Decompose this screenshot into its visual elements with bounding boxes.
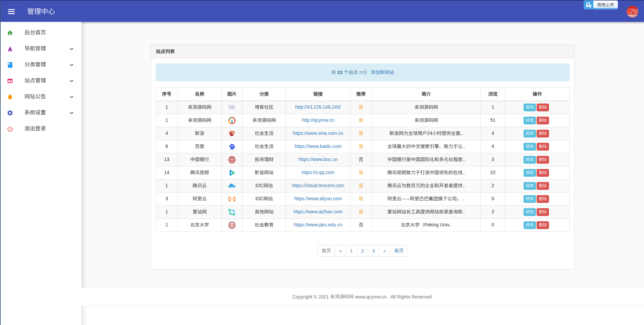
svg-text:24: 24 (427, 130, 432, 136)
svg-text:Peking Univ..: Peking Univ.. (424, 222, 451, 227)
svg-text:0: 0 (492, 222, 494, 227)
svg-text:22: 22 (490, 170, 496, 175)
svg-text:..: .. (463, 144, 465, 149)
svg-text:4: 4 (492, 130, 494, 136)
svg-text:6: 6 (165, 144, 168, 149)
svg-text:1: 1 (165, 117, 168, 123)
svg-text:www.qcymw.cn . All Rights Rese: www.qcymw.cn . All Rights Reserved. (355, 294, 433, 300)
svg-text:..: .. (463, 170, 465, 175)
svg-text:1: 1 (165, 104, 168, 110)
svg-text:..: .. (463, 196, 465, 201)
svg-text:https://www.baidu.com: https://www.baidu.com (294, 144, 341, 149)
svg-text:13: 13 (164, 157, 169, 162)
svg-text:1: 1 (165, 222, 168, 227)
svg-text:51: 51 (490, 117, 496, 123)
svg-text:23: 23 (337, 70, 342, 75)
svg-text:IDC: IDC (255, 196, 263, 201)
svg-text:IDC: IDC (255, 183, 263, 188)
svg-text:2: 2 (361, 248, 364, 254)
svg-text:14: 14 (164, 170, 169, 175)
svg-text:0: 0 (492, 196, 494, 201)
svg-text:https://www.aizhan.com: https://www.aizhan.com (293, 209, 343, 214)
svg-text:..: .. (461, 130, 463, 136)
svg-text:Copyright © 2021: Copyright © 2021 (292, 294, 329, 300)
svg-text:..: .. (463, 183, 465, 188)
svg-text:==: == (359, 70, 365, 75)
svg-text:2: 2 (492, 209, 494, 214)
svg-text:3: 3 (165, 196, 168, 201)
svg-text:4: 4 (165, 130, 168, 136)
svg-text:«: « (339, 248, 342, 254)
svg-text:3: 3 (492, 157, 494, 162)
svg-text:3: 3 (372, 248, 375, 254)
svg-text:http://43.226.148.245/: http://43.226.148.245/ (295, 104, 341, 110)
svg-text:https://www.boc.cn: https://www.boc.cn (299, 157, 338, 162)
svg-text:http://qcymw.cn: http://qcymw.cn (302, 117, 334, 123)
svg-text:2: 2 (492, 183, 494, 188)
svg-text:https://www.pku.edu.cn: https://www.pku.edu.cn (294, 222, 342, 227)
svg-text:https://cloud.tencent.com: https://cloud.tencent.com (292, 183, 344, 188)
svg-text:1: 1 (165, 209, 168, 214)
svg-text:..: .. (463, 157, 465, 162)
svg-text:https://www.aliyun.com: https://www.aliyun.com (294, 196, 342, 201)
svg-text:4: 4 (492, 144, 494, 149)
svg-text:https://www.sina.com.cn: https://www.sina.com.cn (293, 130, 343, 136)
svg-text:1: 1 (165, 183, 168, 188)
svg-text:»: » (383, 248, 386, 254)
svg-text:https://v.qq.com: https://v.qq.com (302, 170, 334, 175)
svg-text:1: 1 (350, 248, 353, 254)
svg-text:1: 1 (492, 104, 494, 110)
svg-text:..: .. (463, 209, 465, 214)
